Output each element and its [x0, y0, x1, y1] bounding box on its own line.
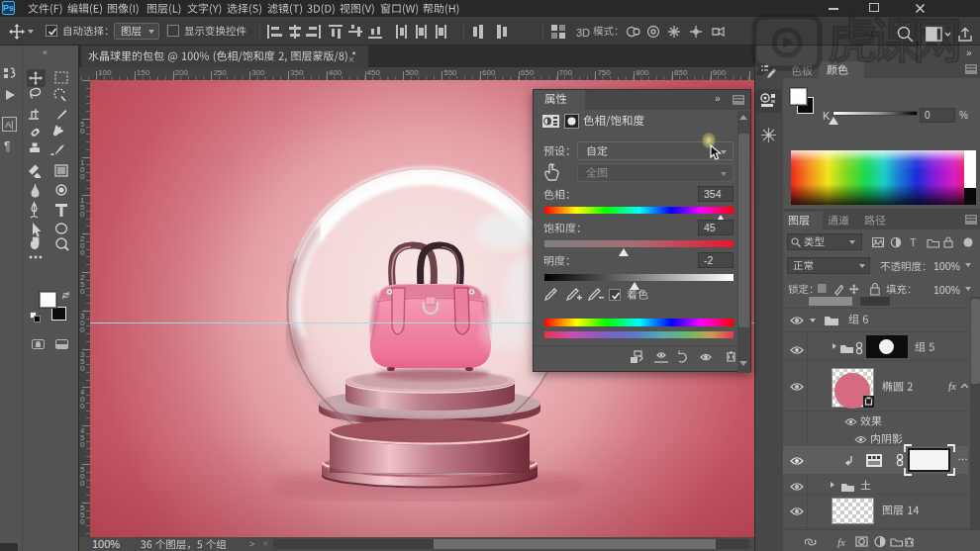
svg-text:fx: fx: [837, 536, 845, 548]
svg-text:T: T: [910, 236, 917, 248]
